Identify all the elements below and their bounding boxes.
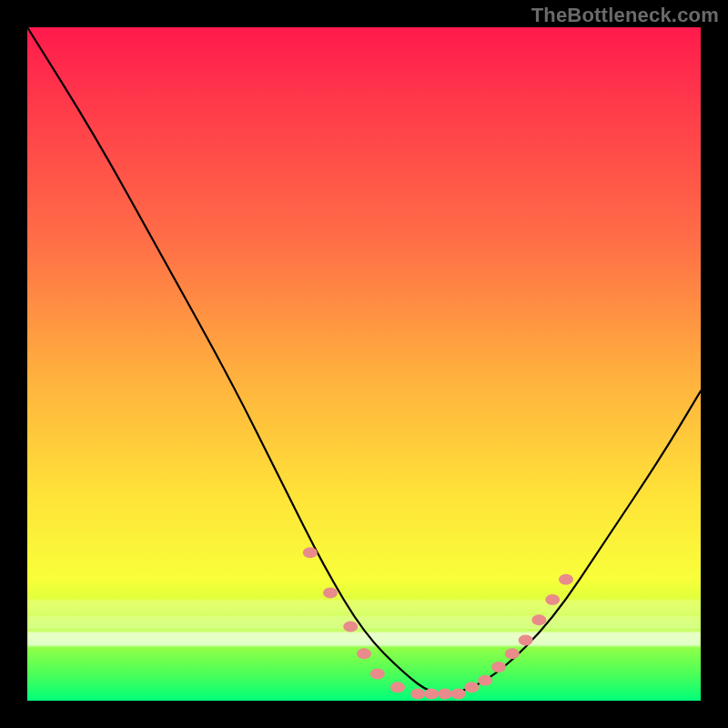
fps-dot [370,668,385,679]
fps-dot [464,682,479,693]
fps-dot [545,594,560,605]
fps-dot [451,689,466,700]
fps-dot [343,622,358,632]
curve-svg [27,27,701,701]
fps-dot [410,689,425,700]
fps-dot [390,682,405,693]
plot-area [27,27,701,701]
fps-dot [424,689,439,700]
fps-dot [303,547,318,558]
bottleneck-curve [27,27,701,694]
fps-dot [505,648,520,659]
fps-dot [559,574,573,585]
watermark-text: TheBottleneck.com [531,4,719,27]
fps-dot [438,689,452,700]
fps-dot [478,675,492,686]
fps-dot [519,634,533,645]
fps-dot [491,662,506,672]
fps-dot [323,588,338,599]
fps-markers [303,547,573,699]
chart-container: TheBottleneck.com [0,0,728,728]
fps-dot [531,614,546,625]
fps-dot [357,648,371,659]
